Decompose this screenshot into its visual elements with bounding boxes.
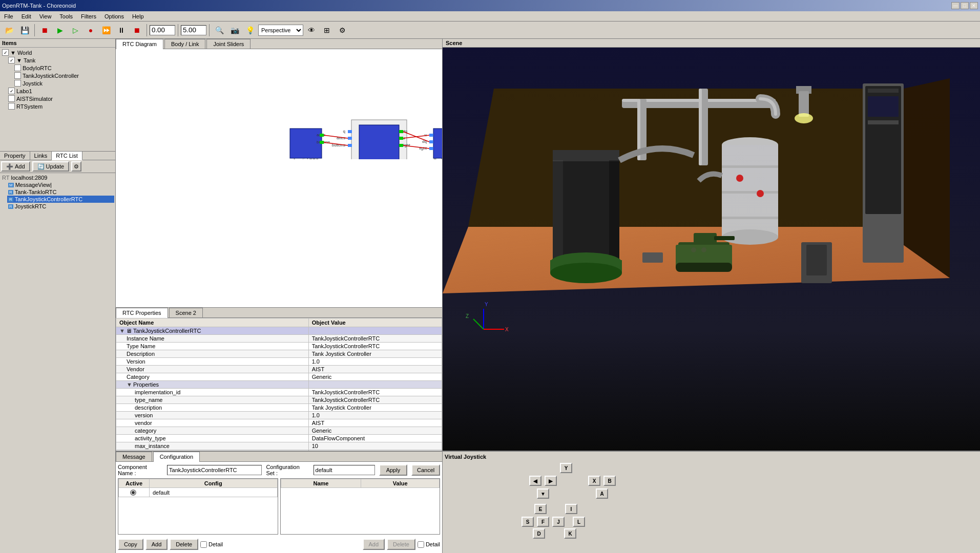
tab-rtc-props[interactable]: RTC Properties bbox=[116, 308, 168, 318]
tree-item-tank[interactable]: ✓ ▼ Tank bbox=[7, 56, 114, 64]
tab-scene2[interactable]: Scene 2 bbox=[169, 308, 203, 317]
zoom-in-button[interactable]: 🔍 bbox=[212, 23, 226, 37]
tree-item-joystickrtc[interactable]: R JoystickRTC bbox=[7, 203, 114, 210]
table-row[interactable]: Category Generic bbox=[116, 373, 442, 381]
tree-item-bodyio[interactable]: BodyIoRTC bbox=[13, 64, 114, 72]
vj-key-s[interactable]: S bbox=[522, 517, 534, 527]
vj-key-y[interactable]: Y bbox=[560, 463, 572, 473]
tree-item-world[interactable]: ✓ ▼ World bbox=[1, 49, 114, 56]
table-row[interactable]: vendor AIST bbox=[116, 419, 442, 427]
scene-view[interactable]: X Y Z bbox=[443, 48, 980, 451]
vj-key-j[interactable]: J bbox=[552, 517, 565, 527]
close-button[interactable]: ✕ bbox=[970, 2, 978, 9]
table-row[interactable]: ▼Properties bbox=[116, 381, 442, 389]
detail-checkbox1[interactable] bbox=[200, 541, 207, 548]
cancel-button[interactable]: Cancel bbox=[411, 464, 440, 476]
apply-button[interactable]: Apply bbox=[379, 464, 408, 476]
vj-key-x[interactable]: X bbox=[588, 476, 600, 486]
table-row[interactable]: version 1.0 bbox=[116, 412, 442, 419]
tree-item-aist[interactable]: AISTSimulator bbox=[7, 95, 114, 102]
tab-rtclist[interactable]: RTC List bbox=[52, 152, 82, 160]
checkbox-tank[interactable]: ✓ bbox=[8, 57, 15, 63]
play-button[interactable]: ▶ bbox=[53, 23, 67, 37]
tree-item-tankiortc[interactable]: R Tank-TankIoRTC bbox=[7, 188, 114, 196]
table-row[interactable]: description Tank Joystick Controller bbox=[116, 404, 442, 412]
vj-key-right[interactable]: ▶ bbox=[545, 476, 557, 486]
tankio-block[interactable] bbox=[433, 129, 442, 158]
tab-message[interactable]: Message bbox=[116, 452, 152, 461]
menu-edit[interactable]: Edit bbox=[17, 12, 35, 20]
tab-body-link[interactable]: Body / Link bbox=[164, 39, 205, 49]
add-button[interactable]: ➕ Add bbox=[1, 161, 30, 172]
save-button[interactable]: 💾 bbox=[17, 23, 32, 37]
tab-property[interactable]: Property bbox=[0, 152, 30, 160]
tab-rtc-diagram[interactable]: RTC Diagram bbox=[116, 39, 163, 49]
tab-links[interactable]: Links bbox=[30, 152, 52, 160]
checkbox-bodyio[interactable] bbox=[14, 65, 21, 71]
table-row[interactable]: category Generic bbox=[116, 427, 442, 435]
table-row[interactable]: Instance Name TankJoystickControllerRTC bbox=[116, 335, 442, 343]
tree-item-joystick[interactable]: Joystick bbox=[13, 79, 114, 87]
light-button[interactable]: 💡 bbox=[243, 23, 257, 37]
vj-key-i[interactable]: I bbox=[565, 504, 577, 514]
menu-filters[interactable]: Filters bbox=[77, 12, 100, 20]
tab-joint-sliders[interactable]: Joint Sliders bbox=[206, 39, 251, 49]
stop2-button[interactable]: ⏹ bbox=[130, 23, 144, 37]
maximize-button[interactable]: □ bbox=[961, 2, 969, 9]
config-ll-button[interactable]: ⚙ bbox=[71, 161, 81, 172]
tree-item-labo1[interactable]: ✓ Labo1 bbox=[7, 87, 114, 95]
open-button[interactable]: 📂 bbox=[2, 23, 16, 37]
table-row[interactable]: Type Name TankJoystickControllerRTC bbox=[116, 343, 442, 350]
tankjoy-block[interactable] bbox=[359, 125, 399, 159]
config-table-row[interactable]: default bbox=[119, 488, 278, 497]
perspective-select[interactable]: Perspective Orthographic bbox=[258, 25, 303, 36]
vj-key-d[interactable]: D bbox=[533, 528, 545, 539]
checkbox-labo1[interactable]: ✓ bbox=[8, 88, 15, 94]
menu-help[interactable]: Help bbox=[128, 12, 148, 20]
vj-key-l[interactable]: L bbox=[573, 517, 585, 527]
table-row[interactable]: max_instance 10 bbox=[116, 442, 442, 450]
checkbox-tankjoy[interactable] bbox=[14, 72, 21, 79]
vj-key-down[interactable]: ▼ bbox=[537, 488, 549, 499]
minimize-button[interactable]: — bbox=[951, 2, 960, 9]
vj-key-a[interactable]: A bbox=[596, 488, 608, 499]
table-row[interactable]: type_name TankJoystickControllerRTC bbox=[116, 396, 442, 404]
delete-config-button[interactable]: Delete bbox=[170, 539, 198, 550]
menu-tools[interactable]: Tools bbox=[55, 12, 77, 20]
checkbox-rtsystem[interactable] bbox=[8, 103, 15, 110]
play-speed-input[interactable] bbox=[181, 25, 206, 35]
checkbox-world[interactable]: ✓ bbox=[2, 49, 9, 56]
menu-options[interactable]: Options bbox=[100, 12, 128, 20]
tree-item-localhost[interactable]: RT localhost:2809 bbox=[1, 174, 114, 181]
copy-button[interactable]: Copy bbox=[118, 539, 143, 550]
vj-key-left[interactable]: ◀ bbox=[529, 476, 541, 486]
vj-key-e[interactable]: E bbox=[534, 504, 547, 514]
pause-button[interactable]: ⏸ bbox=[114, 23, 129, 37]
tab-configuration[interactable]: Configuration bbox=[153, 452, 200, 462]
add2-button[interactable]: Add bbox=[363, 539, 385, 550]
active-radio[interactable] bbox=[130, 490, 136, 496]
tree-item-tankjoy[interactable]: TankJoystickController bbox=[13, 72, 114, 79]
update-button[interactable]: 🔄 Update bbox=[32, 161, 69, 172]
step-value-input[interactable] bbox=[150, 25, 175, 35]
detail-checkbox2[interactable] bbox=[418, 541, 424, 548]
camera-button[interactable]: 📷 bbox=[227, 23, 242, 37]
vj-key-k[interactable]: K bbox=[564, 528, 576, 539]
tree-item-rtsystem[interactable]: RTSystem bbox=[7, 102, 114, 110]
table-row[interactable]: Version 1.0 bbox=[116, 358, 442, 366]
stop-button[interactable]: ⏹ bbox=[37, 23, 52, 37]
table-row[interactable]: Description Tank Joystick Controller bbox=[116, 350, 442, 358]
vj-key-b[interactable]: B bbox=[603, 476, 616, 486]
config-set-input[interactable] bbox=[314, 465, 375, 475]
table-row[interactable]: ▼🖥TankJoystickControllerRTC bbox=[116, 327, 442, 335]
tree-item-tankjoyrtc[interactable]: R TankJoystickControllerRTC bbox=[7, 196, 114, 203]
table-row[interactable]: activity_type DataFlowComponent bbox=[116, 435, 442, 442]
component-name-input[interactable] bbox=[167, 465, 262, 475]
step-button[interactable]: ⏩ bbox=[99, 23, 113, 37]
tree-item-messageview[interactable]: M MessageView| bbox=[7, 181, 114, 188]
grid-button[interactable]: ⊞ bbox=[320, 23, 334, 37]
checkbox-aist[interactable] bbox=[8, 95, 15, 102]
vj-key-f[interactable]: F bbox=[537, 517, 549, 527]
table-row[interactable]: implementation_id TankJoystickController… bbox=[116, 389, 442, 396]
delete2-button[interactable]: Delete bbox=[387, 539, 415, 550]
